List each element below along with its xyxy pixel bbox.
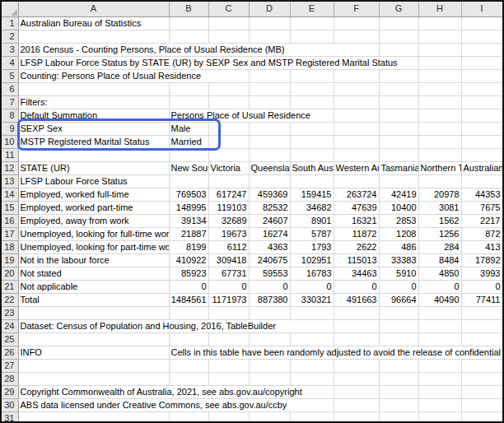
cell-H7[interactable]: [418, 95, 461, 109]
cell-H4[interactable]: [418, 56, 461, 69]
cell-D11[interactable]: [249, 148, 290, 161]
column-header-B[interactable]: B: [169, 2, 208, 16]
cell-E13[interactable]: [290, 174, 334, 188]
cell-D14[interactable]: 459369: [249, 188, 290, 201]
cell-F17[interactable]: 11872: [334, 227, 379, 240]
row-header-15[interactable]: 15: [2, 201, 18, 214]
cell-C23[interactable]: [208, 306, 249, 319]
cell-I22[interactable]: 77411: [461, 293, 502, 306]
cell-G29[interactable]: [379, 385, 418, 398]
cell-A3[interactable]: 2016 Census - Counting Persons, Place of…: [18, 43, 379, 56]
cell-E25[interactable]: [290, 332, 334, 346]
cell-I24[interactable]: [461, 319, 502, 332]
cell-A12[interactable]: STATE (UR): [18, 161, 169, 174]
row-header-8[interactable]: 8: [2, 109, 18, 122]
row-header-27[interactable]: 27: [2, 359, 18, 372]
row-header-3[interactable]: 3: [2, 43, 18, 56]
cell-A16[interactable]: Employed, away from work: [18, 214, 169, 227]
cell-H25[interactable]: [418, 332, 461, 346]
cell-B1[interactable]: [169, 16, 208, 30]
cell-G19[interactable]: 33383: [379, 253, 418, 267]
cell-B27[interactable]: [169, 359, 208, 372]
row-header-16[interactable]: 16: [2, 214, 18, 227]
cell-H23[interactable]: [418, 306, 461, 319]
cell-A2[interactable]: [18, 30, 169, 43]
cell-I6[interactable]: [461, 82, 502, 95]
cell-C21[interactable]: 0: [208, 280, 249, 293]
cell-G12[interactable]: Tasmania: [379, 161, 418, 174]
cell-I10[interactable]: [461, 135, 502, 148]
row-header-26[interactable]: 26: [2, 346, 18, 359]
cell-G31[interactable]: [379, 411, 418, 423]
cell-D21[interactable]: 0: [249, 280, 290, 293]
cell-D10[interactable]: [249, 135, 290, 148]
cell-D31[interactable]: [249, 411, 290, 423]
cell-F9[interactable]: [334, 122, 379, 135]
cell-C28[interactable]: [208, 372, 249, 385]
row-header-18[interactable]: 18: [2, 240, 18, 253]
cell-G25[interactable]: [379, 332, 418, 346]
row-header-19[interactable]: 19: [2, 253, 18, 267]
row-header-4[interactable]: 4: [2, 56, 18, 69]
cell-H18[interactable]: 284: [418, 240, 461, 253]
cell-A15[interactable]: Employed, worked part-time: [18, 201, 169, 214]
cell-F24[interactable]: [334, 319, 379, 332]
cell-B31[interactable]: [169, 411, 208, 423]
cell-F8[interactable]: [334, 109, 379, 122]
cell-H5[interactable]: [418, 69, 461, 82]
cell-D18[interactable]: 4363: [249, 240, 290, 253]
cell-F27[interactable]: [334, 359, 379, 372]
cell-H1[interactable]: [418, 16, 461, 30]
cell-E18[interactable]: 1793: [290, 240, 334, 253]
cell-D27[interactable]: [249, 359, 290, 372]
cell-E20[interactable]: 16783: [290, 267, 334, 280]
cell-I4[interactable]: [461, 56, 502, 69]
cell-B9[interactable]: Male: [169, 122, 208, 135]
column-header-H[interactable]: H: [418, 2, 461, 16]
cell-G21[interactable]: 0: [379, 280, 418, 293]
cell-I7[interactable]: [461, 95, 502, 109]
row-header-6[interactable]: 6: [2, 82, 18, 95]
cell-D15[interactable]: 82532: [249, 201, 290, 214]
cell-A10[interactable]: MSTP Registered Marital Status: [18, 135, 169, 148]
cell-B12[interactable]: New South Wales: [169, 161, 208, 174]
cell-D7[interactable]: [249, 95, 290, 109]
cell-H14[interactable]: 20978: [418, 188, 461, 201]
row-header-31[interactable]: 31: [2, 411, 18, 423]
cell-I9[interactable]: [461, 122, 502, 135]
column-header-I[interactable]: I: [461, 2, 502, 16]
cell-F6[interactable]: [334, 82, 379, 95]
cell-F29[interactable]: [334, 385, 379, 398]
row-header-5[interactable]: 5: [2, 69, 18, 82]
cell-C25[interactable]: [208, 332, 249, 346]
cell-G11[interactable]: [379, 148, 418, 161]
cell-I8[interactable]: [461, 109, 502, 122]
cell-A8[interactable]: Default Summation: [18, 109, 169, 122]
row-header-21[interactable]: 21: [2, 280, 18, 293]
cell-D1[interactable]: [249, 16, 290, 30]
row-header-12[interactable]: 12: [2, 161, 18, 174]
cell-A31[interactable]: [18, 411, 169, 423]
cell-D6[interactable]: [249, 82, 290, 95]
cell-E1[interactable]: [290, 16, 334, 30]
cell-E17[interactable]: 5787: [290, 227, 334, 240]
cell-B21[interactable]: 0: [169, 280, 208, 293]
cell-B18[interactable]: 8199: [169, 240, 208, 253]
cell-H24[interactable]: [418, 319, 461, 332]
cell-F2[interactable]: [334, 30, 379, 43]
row-header-17[interactable]: 17: [2, 227, 18, 240]
cell-H2[interactable]: [418, 30, 461, 43]
cell-D12[interactable]: Queensland: [249, 161, 290, 174]
cell-F23[interactable]: [334, 306, 379, 319]
row-header-23[interactable]: 23: [2, 306, 18, 319]
cell-F10[interactable]: [334, 135, 379, 148]
cell-A26[interactable]: INFO: [18, 346, 169, 359]
cell-I2[interactable]: [461, 30, 502, 43]
cell-G27[interactable]: [379, 359, 418, 372]
cell-B17[interactable]: 21887: [169, 227, 208, 240]
cell-E5[interactable]: [290, 69, 334, 82]
cell-C22[interactable]: 1171973: [208, 293, 249, 306]
column-header-D[interactable]: D: [249, 2, 290, 16]
cell-D19[interactable]: 240675: [249, 253, 290, 267]
cell-B28[interactable]: [169, 372, 208, 385]
